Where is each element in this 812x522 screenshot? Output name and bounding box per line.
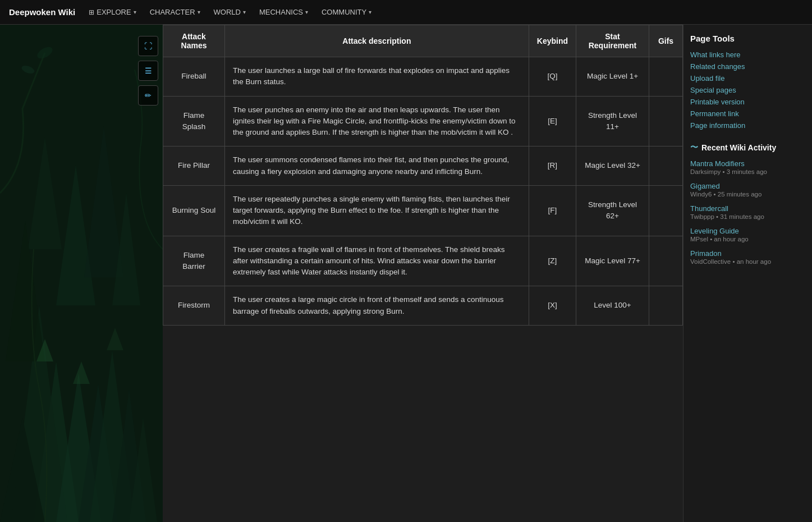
col-header-stat-req: Stat Requirement xyxy=(576,25,649,57)
page-tools-link[interactable]: Upload file xyxy=(690,72,805,84)
attack-description-cell: The user repeatedly punches a single ene… xyxy=(225,185,529,236)
attack-keybind-cell: [Z] xyxy=(529,236,576,286)
attack-keybind-cell: [F] xyxy=(529,185,576,236)
attack-stat-cell: Magic Level 1+ xyxy=(576,57,649,97)
col-header-description: Attack description xyxy=(225,25,529,57)
chevron-down-icon: ▾ xyxy=(369,9,371,15)
expand-icon: ⛶ xyxy=(144,42,152,51)
page-tools-title: Page Tools xyxy=(690,34,805,43)
table-row: Burning SoulThe user repeatedly punches … xyxy=(163,185,683,236)
main-content: Attack Names Attack description Keybind … xyxy=(163,25,683,522)
edit-icon: ✏ xyxy=(145,91,152,100)
activity-page-link[interactable]: Primadon xyxy=(690,249,805,258)
attack-keybind-cell: [Q] xyxy=(529,57,576,97)
right-sidebar: Page Tools What links hereRelated change… xyxy=(683,25,812,522)
table-row: Flame SplashThe user punches an enemy in… xyxy=(163,96,683,146)
activity-meta: Darksimpy • 3 minutes ago xyxy=(690,168,805,175)
activity-page-link[interactable]: Thundercall xyxy=(690,204,805,213)
activity-item: Leveling GuideMPsel • an hour ago xyxy=(690,227,805,242)
attack-name-cell: Fireball xyxy=(163,57,225,97)
activity-wave-icon: 〜 xyxy=(690,143,698,153)
activity-page-link[interactable]: Gigamed xyxy=(690,182,805,190)
chevron-down-icon: ▾ xyxy=(305,9,308,15)
attack-description-cell: The user creates a fragile wall of flame… xyxy=(225,236,529,286)
attack-gif-cell xyxy=(649,57,683,97)
page-tools-link[interactable]: Special pages xyxy=(690,84,805,96)
left-sidebar: ⛶ ☰ ✏ xyxy=(0,25,163,522)
col-header-gifs: Gifs xyxy=(649,25,683,57)
attack-stat-cell: Level 100+ xyxy=(576,286,649,326)
attack-description-cell: The user summons condensed flames into t… xyxy=(225,146,529,186)
attack-keybind-cell: [X] xyxy=(529,286,576,326)
activity-item: PrimadonVoidCollective • an hour ago xyxy=(690,249,805,265)
list-tool-button[interactable]: ☰ xyxy=(138,61,158,81)
page-tools-link[interactable]: What links here xyxy=(690,49,805,61)
nav-world[interactable]: WORLD ▾ xyxy=(214,8,246,16)
table-row: FireballThe user launches a large ball o… xyxy=(163,57,683,97)
attack-description-cell: The user punches an enemy into the air a… xyxy=(225,96,529,146)
attack-name-cell: Burning Soul xyxy=(163,185,225,236)
activity-list: Mantra ModifiersDarksimpy • 3 minutes ag… xyxy=(690,159,805,265)
table-row: Fire PillarThe user summons condensed fl… xyxy=(163,146,683,186)
attack-gif-cell xyxy=(649,286,683,326)
recent-activity-section: 〜 Recent Wiki Activity Mantra ModifiersD… xyxy=(690,143,805,265)
activity-meta: MPsel • an hour ago xyxy=(690,236,805,242)
table-row: FirestormThe user creates a large magic … xyxy=(163,286,683,326)
activity-item: GigamedWindy6 • 25 minutes ago xyxy=(690,182,805,198)
nav-community[interactable]: COMMUNITY ▾ xyxy=(322,8,371,16)
recent-activity-title: 〜 Recent Wiki Activity xyxy=(690,143,805,153)
chevron-down-icon: ▾ xyxy=(134,9,136,15)
attack-gif-cell xyxy=(649,236,683,286)
attack-description-cell: The user creates a large magic circle in… xyxy=(225,286,529,326)
nav-explore[interactable]: ⊞ EXPLORE ▾ xyxy=(89,8,136,16)
attack-name-cell: Flame Barrier xyxy=(163,236,225,286)
edit-tool-button[interactable]: ✏ xyxy=(138,85,158,106)
page-tools-link[interactable]: Printable version xyxy=(690,96,805,108)
attack-description-cell: The user launches a large ball of fire f… xyxy=(225,57,529,97)
attack-stat-cell: Magic Level 32+ xyxy=(576,146,649,186)
activity-meta: Windy6 • 25 minutes ago xyxy=(690,191,805,198)
page-tools-link[interactable]: Permanent link xyxy=(690,108,805,120)
page-tools-link[interactable]: Related changes xyxy=(690,61,805,72)
attack-name-cell: Fire Pillar xyxy=(163,146,225,186)
attack-stat-cell: Magic Level 77+ xyxy=(576,236,649,286)
nav-mechanics[interactable]: MECHANICS ▾ xyxy=(259,8,308,16)
col-header-keybind: Keybind xyxy=(529,25,576,57)
activity-page-link[interactable]: Mantra Modifiers xyxy=(690,159,805,168)
attack-stat-cell: Strength Level 11+ xyxy=(576,96,649,146)
table-row: Flame BarrierThe user creates a fragile … xyxy=(163,236,683,286)
attack-stat-cell: Strength Level 62+ xyxy=(576,185,649,236)
top-navigation: Deepwoken Wiki ⊞ EXPLORE ▾ CHARACTER ▾ W… xyxy=(0,0,812,25)
nav-character[interactable]: CHARACTER ▾ xyxy=(150,8,200,16)
activity-item: ThundercallTwibppp • 31 minutes ago xyxy=(690,204,805,220)
attack-gif-cell xyxy=(649,185,683,236)
activity-meta: Twibppp • 31 minutes ago xyxy=(690,213,805,220)
chevron-down-icon: ▾ xyxy=(198,9,200,15)
page-tools-link[interactable]: Page information xyxy=(690,120,805,131)
attack-name-cell: Firestorm xyxy=(163,286,225,326)
site-title[interactable]: Deepwoken Wiki xyxy=(9,7,75,17)
left-tools-panel: ⛶ ☰ ✏ xyxy=(138,36,158,106)
list-icon: ☰ xyxy=(145,66,152,75)
attack-gif-cell xyxy=(649,96,683,146)
activity-page-link[interactable]: Leveling Guide xyxy=(690,227,805,235)
explore-icon: ⊞ xyxy=(89,8,94,16)
attack-gif-cell xyxy=(649,146,683,186)
attack-keybind-cell: [E] xyxy=(529,96,576,146)
page-tools-links: What links hereRelated changesUpload fil… xyxy=(690,49,805,131)
activity-meta: VoidCollective • an hour ago xyxy=(690,258,805,265)
chevron-down-icon: ▾ xyxy=(243,9,246,15)
attack-name-cell: Flame Splash xyxy=(163,96,225,146)
attacks-table: Attack Names Attack description Keybind … xyxy=(163,25,683,326)
attack-keybind-cell: [R] xyxy=(529,146,576,186)
expand-tool-button[interactable]: ⛶ xyxy=(138,36,158,56)
col-header-attack-names: Attack Names xyxy=(163,25,225,57)
activity-item: Mantra ModifiersDarksimpy • 3 minutes ag… xyxy=(690,159,805,175)
